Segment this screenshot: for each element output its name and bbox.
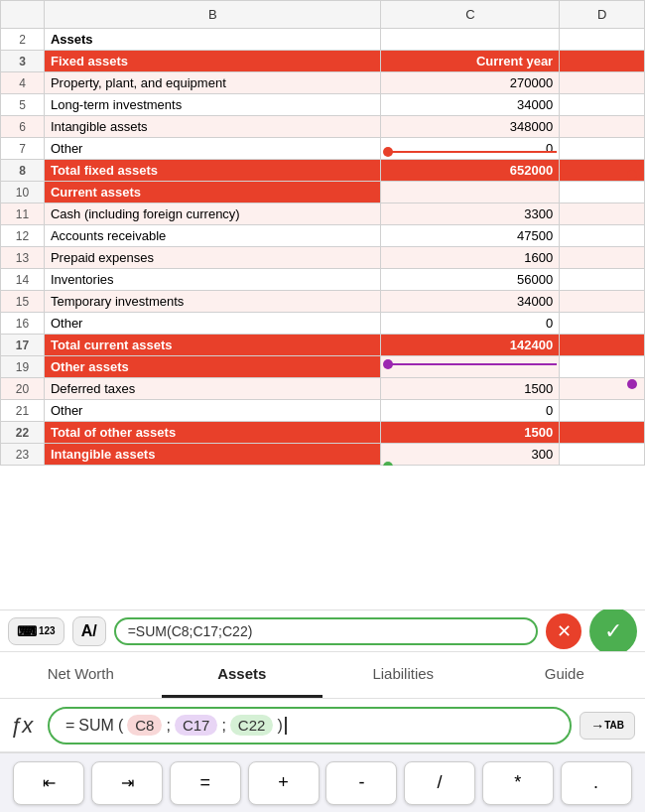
cell-label[interactable]: Prepaid expenses [44, 247, 381, 269]
cell-d[interactable] [560, 51, 645, 72]
cell-d[interactable] [560, 422, 645, 444]
cell-d[interactable] [560, 356, 645, 378]
formula-content-area[interactable]: = SUM ( C8 ; C17 ; C22 ) [48, 707, 572, 744]
cell-label[interactable]: Assets [44, 29, 381, 51]
keyboard-toggle-button[interactable]: ⌨ 123 [8, 617, 64, 645]
cell-value[interactable] [381, 356, 560, 378]
cell-value[interactable]: 1500 [381, 378, 560, 400]
table-row[interactable]: 10 Current assets [1, 182, 645, 203]
cell-label[interactable]: Property, plant, and equipment [44, 72, 381, 94]
text-format-button[interactable]: A/ [72, 616, 106, 646]
table-row[interactable]: 16 Other 0 [1, 313, 645, 335]
confirm-button[interactable]: ✓ [589, 608, 637, 655]
tab-liabilities[interactable]: Liabilities [322, 652, 484, 698]
cancel-button[interactable]: ✕ [546, 613, 581, 649]
key-asterisk[interactable]: * [482, 761, 554, 805]
cell-value[interactable] [381, 182, 560, 203]
table-row[interactable]: 5 Long-term investments 34000 [1, 94, 645, 116]
cell-label[interactable]: Current assets [44, 182, 381, 203]
table-row[interactable]: 14 Inventories 56000 [1, 269, 645, 291]
formula-token-c22[interactable]: C22 [230, 715, 274, 736]
table-row[interactable]: 6 Intangible assets 348000 [1, 116, 645, 138]
cell-label[interactable]: Other [44, 400, 381, 422]
cell-d[interactable] [560, 72, 645, 94]
cell-d[interactable] [560, 182, 645, 203]
table-row[interactable]: 13 Prepaid expenses 1600 [1, 247, 645, 269]
cell-d[interactable] [560, 116, 645, 138]
cell-value[interactable]: 47500 [381, 225, 560, 247]
key-equals[interactable]: = [170, 761, 241, 805]
cell-d[interactable] [560, 29, 645, 51]
cell-d[interactable] [560, 400, 645, 422]
cell-label[interactable]: Intangible assets [44, 444, 381, 466]
table-row[interactable]: 19 Other assets [1, 356, 645, 378]
cell-value[interactable]: 348000 [381, 116, 560, 138]
table-row[interactable]: 12 Accounts receivable 47500 [1, 225, 645, 247]
cell-value[interactable]: 300 [381, 444, 560, 466]
cell-value[interactable]: 1500 [381, 422, 560, 444]
cell-d[interactable] [560, 444, 645, 466]
table-row[interactable]: 3 Fixed assets Current year [1, 51, 645, 72]
cell-value[interactable]: 56000 [381, 269, 560, 291]
cell-d[interactable] [560, 269, 645, 291]
table-row[interactable]: 23 Intangible assets 300 [1, 444, 645, 466]
cell-d[interactable] [560, 291, 645, 313]
cell-d[interactable] [560, 94, 645, 116]
cell-value[interactable]: 34000 [381, 291, 560, 313]
cell-label[interactable]: Other [44, 138, 381, 160]
cell-value[interactable]: 1600 [381, 247, 560, 269]
cell-value[interactable]: 34000 [381, 94, 560, 116]
key-plus[interactable]: + [248, 761, 320, 805]
cell-label[interactable]: Cash (including foreign currency) [44, 203, 381, 225]
table-row[interactable]: 17 Total current assets 142400 [1, 335, 645, 356]
cell-value[interactable]: 0 [381, 400, 560, 422]
formula-input-field[interactable]: =SUM(C8;C17;C22) [114, 617, 538, 645]
key-end[interactable]: ⇥ [91, 761, 163, 805]
cell-value[interactable]: 0 [381, 313, 560, 335]
table-row[interactable]: 11 Cash (including foreign currency) 330… [1, 203, 645, 225]
cell-label[interactable]: Total fixed assets [44, 160, 381, 182]
cell-label[interactable]: Total current assets [44, 335, 381, 356]
cell-d[interactable] [560, 313, 645, 335]
key-home[interactable]: ⇤ [13, 761, 84, 805]
cell-label[interactable]: Inventories [44, 269, 381, 291]
table-row[interactable]: 7 Other 0 [1, 138, 645, 160]
tab-net-worth[interactable]: Net Worth [0, 652, 162, 698]
table-row[interactable]: 21 Other 0 [1, 400, 645, 422]
cell-label[interactable]: Other [44, 313, 381, 335]
formula-token-c17[interactable]: C17 [175, 715, 218, 736]
tab-key-button[interactable]: → TAB [580, 712, 635, 740]
cell-label[interactable]: Temporary investments [44, 291, 381, 313]
key-minus[interactable]: - [325, 761, 397, 805]
cell-label[interactable]: Long-term investments [44, 94, 381, 116]
table-row[interactable]: 20 Deferred taxes 1500 [1, 378, 645, 400]
cell-value[interactable]: 3300 [381, 203, 560, 225]
cell-label[interactable]: Deferred taxes [44, 378, 381, 400]
key-slash[interactable]: / [404, 761, 475, 805]
table-row[interactable]: 8 Total fixed assets 652000 [1, 160, 645, 182]
cell-label[interactable]: Intangible assets [44, 116, 381, 138]
cell-d[interactable] [560, 225, 645, 247]
cell-label[interactable]: Accounts receivable [44, 225, 381, 247]
table-row[interactable]: 15 Temporary investments 34000 [1, 291, 645, 313]
cell-value[interactable]: 0 [381, 138, 560, 160]
cell-value[interactable]: 142400 [381, 335, 560, 356]
cell-label[interactable]: Total of other assets [44, 422, 381, 444]
table-row[interactable]: 22 Total of other assets 1500 [1, 422, 645, 444]
cell-d[interactable] [560, 138, 645, 160]
cell-label[interactable]: Fixed assets [44, 51, 381, 72]
cell-d[interactable] [560, 203, 645, 225]
key-dot[interactable]: . [561, 761, 632, 805]
tab-guide[interactable]: Guide [484, 652, 646, 698]
cell-d[interactable] [560, 335, 645, 356]
cell-value[interactable]: Current year [381, 51, 560, 72]
cell-d[interactable] [560, 247, 645, 269]
cell-label[interactable]: Other assets [44, 356, 381, 378]
tab-assets[interactable]: Assets [162, 652, 323, 698]
cell-value[interactable] [381, 29, 560, 51]
cell-value[interactable]: 652000 [381, 160, 560, 182]
formula-token-c8[interactable]: C8 [127, 715, 162, 736]
cell-value[interactable]: 270000 [381, 72, 560, 94]
table-row[interactable]: 4 Property, plant, and equipment 270000 [1, 72, 645, 94]
table-row[interactable]: 2 Assets [1, 29, 645, 51]
